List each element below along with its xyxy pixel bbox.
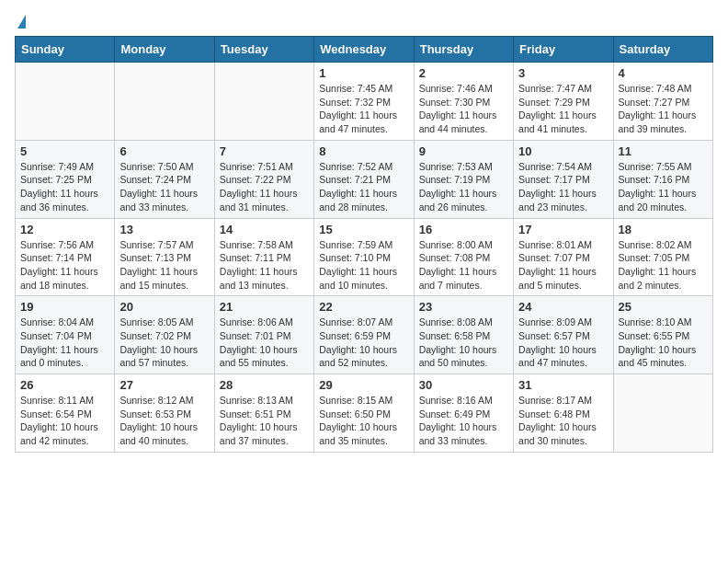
calendar-header-row: SundayMondayTuesdayWednesdayThursdayFrid… xyxy=(16,37,713,63)
calendar-cell: 24Sunrise: 8:09 AM Sunset: 6:57 PM Dayli… xyxy=(514,296,613,374)
day-content: Sunrise: 8:00 AM Sunset: 7:08 PM Dayligh… xyxy=(419,238,508,293)
day-number: 19 xyxy=(20,300,109,314)
day-content: Sunrise: 7:46 AM Sunset: 7:30 PM Dayligh… xyxy=(419,82,508,136)
calendar-cell: 19Sunrise: 8:04 AM Sunset: 7:04 PM Dayli… xyxy=(16,296,115,374)
day-of-week-header: Saturday xyxy=(613,37,712,63)
day-content: Sunrise: 7:54 AM Sunset: 7:17 PM Dayligh… xyxy=(518,160,608,214)
day-number: 23 xyxy=(419,300,508,314)
day-number: 26 xyxy=(20,378,109,392)
day-content: Sunrise: 8:16 AM Sunset: 6:49 PM Dayligh… xyxy=(419,394,508,448)
day-content: Sunrise: 7:47 AM Sunset: 7:29 PM Dayligh… xyxy=(518,82,608,136)
day-content: Sunrise: 8:10 AM Sunset: 6:55 PM Dayligh… xyxy=(619,316,708,370)
calendar-cell xyxy=(214,63,313,141)
day-content: Sunrise: 8:12 AM Sunset: 6:53 PM Dayligh… xyxy=(119,394,209,448)
calendar-cell xyxy=(16,63,115,141)
calendar-week-row: 5Sunrise: 7:49 AM Sunset: 7:25 PM Daylig… xyxy=(16,140,713,218)
calendar-cell: 18Sunrise: 8:02 AM Sunset: 7:05 PM Dayli… xyxy=(613,218,712,296)
day-number: 6 xyxy=(119,144,209,158)
calendar-cell: 27Sunrise: 8:12 AM Sunset: 6:53 PM Dayli… xyxy=(115,374,214,453)
calendar-cell: 15Sunrise: 7:59 AM Sunset: 7:10 PM Dayli… xyxy=(314,218,414,296)
day-number: 13 xyxy=(119,223,209,236)
calendar-cell: 28Sunrise: 8:13 AM Sunset: 6:51 PM Dayli… xyxy=(214,374,313,453)
day-content: Sunrise: 8:06 AM Sunset: 7:01 PM Dayligh… xyxy=(220,316,309,370)
day-content: Sunrise: 7:58 AM Sunset: 7:11 PM Dayligh… xyxy=(220,238,309,293)
day-number: 27 xyxy=(119,378,209,392)
day-number: 29 xyxy=(319,378,408,392)
day-content: Sunrise: 7:50 AM Sunset: 7:24 PM Dayligh… xyxy=(119,160,209,214)
calendar-cell: 7Sunrise: 7:51 AM Sunset: 7:22 PM Daylig… xyxy=(214,140,313,218)
day-number: 4 xyxy=(619,66,708,80)
day-number: 10 xyxy=(518,144,608,158)
calendar-cell: 8Sunrise: 7:52 AM Sunset: 7:21 PM Daylig… xyxy=(314,140,414,218)
day-number: 17 xyxy=(518,223,608,236)
day-of-week-header: Sunday xyxy=(16,37,115,63)
day-number: 20 xyxy=(119,300,209,314)
calendar-cell xyxy=(613,374,712,453)
day-number: 8 xyxy=(319,144,408,158)
day-content: Sunrise: 8:01 AM Sunset: 7:07 PM Dayligh… xyxy=(518,238,608,293)
day-number: 12 xyxy=(20,223,109,236)
day-number: 7 xyxy=(220,144,309,158)
calendar-cell: 9Sunrise: 7:53 AM Sunset: 7:19 PM Daylig… xyxy=(414,140,513,218)
day-of-week-header: Wednesday xyxy=(314,37,414,63)
day-number: 5 xyxy=(20,144,109,158)
day-content: Sunrise: 8:08 AM Sunset: 6:58 PM Dayligh… xyxy=(419,316,508,370)
day-content: Sunrise: 7:49 AM Sunset: 7:25 PM Dayligh… xyxy=(20,160,109,214)
logo xyxy=(15,15,26,27)
day-number: 21 xyxy=(220,300,309,314)
day-content: Sunrise: 8:13 AM Sunset: 6:51 PM Dayligh… xyxy=(220,394,309,448)
calendar-cell: 1Sunrise: 7:45 AM Sunset: 7:32 PM Daylig… xyxy=(314,63,414,141)
day-number: 18 xyxy=(619,223,708,236)
day-content: Sunrise: 8:07 AM Sunset: 6:59 PM Dayligh… xyxy=(319,316,408,370)
calendar-cell: 11Sunrise: 7:55 AM Sunset: 7:16 PM Dayli… xyxy=(613,140,712,218)
day-of-week-header: Tuesday xyxy=(214,37,313,63)
day-of-week-header: Thursday xyxy=(414,37,513,63)
day-content: Sunrise: 8:11 AM Sunset: 6:54 PM Dayligh… xyxy=(20,394,109,448)
calendar-cell: 5Sunrise: 7:49 AM Sunset: 7:25 PM Daylig… xyxy=(16,140,115,218)
day-number: 1 xyxy=(319,66,408,80)
day-content: Sunrise: 8:15 AM Sunset: 6:50 PM Dayligh… xyxy=(319,394,408,448)
day-number: 2 xyxy=(419,66,508,80)
calendar-body: 1Sunrise: 7:45 AM Sunset: 7:32 PM Daylig… xyxy=(16,63,713,453)
day-content: Sunrise: 7:53 AM Sunset: 7:19 PM Dayligh… xyxy=(419,160,508,214)
calendar-cell: 6Sunrise: 7:50 AM Sunset: 7:24 PM Daylig… xyxy=(115,140,214,218)
day-content: Sunrise: 8:02 AM Sunset: 7:05 PM Dayligh… xyxy=(619,238,708,293)
calendar-cell: 16Sunrise: 8:00 AM Sunset: 7:08 PM Dayli… xyxy=(414,218,513,296)
calendar-cell: 31Sunrise: 8:17 AM Sunset: 6:48 PM Dayli… xyxy=(514,374,613,453)
calendar-cell: 14Sunrise: 7:58 AM Sunset: 7:11 PM Dayli… xyxy=(214,218,313,296)
calendar-cell: 30Sunrise: 8:16 AM Sunset: 6:49 PM Dayli… xyxy=(414,374,513,453)
calendar-cell: 29Sunrise: 8:15 AM Sunset: 6:50 PM Dayli… xyxy=(314,374,414,453)
day-content: Sunrise: 7:59 AM Sunset: 7:10 PM Dayligh… xyxy=(319,238,408,293)
day-content: Sunrise: 7:48 AM Sunset: 7:27 PM Dayligh… xyxy=(619,82,708,136)
day-number: 16 xyxy=(419,223,508,236)
day-content: Sunrise: 8:05 AM Sunset: 7:02 PM Dayligh… xyxy=(119,316,209,370)
day-number: 11 xyxy=(619,144,708,158)
day-number: 9 xyxy=(419,144,508,158)
day-content: Sunrise: 8:09 AM Sunset: 6:57 PM Dayligh… xyxy=(518,316,608,370)
calendar-cell: 3Sunrise: 7:47 AM Sunset: 7:29 PM Daylig… xyxy=(514,63,613,141)
calendar-cell xyxy=(115,63,214,141)
day-content: Sunrise: 7:51 AM Sunset: 7:22 PM Dayligh… xyxy=(220,160,309,214)
day-number: 3 xyxy=(518,66,608,80)
calendar-cell: 13Sunrise: 7:57 AM Sunset: 7:13 PM Dayli… xyxy=(115,218,214,296)
calendar-cell: 10Sunrise: 7:54 AM Sunset: 7:17 PM Dayli… xyxy=(514,140,613,218)
day-content: Sunrise: 7:45 AM Sunset: 7:32 PM Dayligh… xyxy=(319,82,408,136)
calendar-cell: 2Sunrise: 7:46 AM Sunset: 7:30 PM Daylig… xyxy=(414,63,513,141)
day-of-week-header: Friday xyxy=(514,37,613,63)
day-content: Sunrise: 7:57 AM Sunset: 7:13 PM Dayligh… xyxy=(119,238,209,293)
day-content: Sunrise: 7:52 AM Sunset: 7:21 PM Dayligh… xyxy=(319,160,408,214)
calendar-cell: 22Sunrise: 8:07 AM Sunset: 6:59 PM Dayli… xyxy=(314,296,414,374)
calendar-cell: 4Sunrise: 7:48 AM Sunset: 7:27 PM Daylig… xyxy=(613,63,712,141)
day-number: 30 xyxy=(419,378,508,392)
day-number: 14 xyxy=(220,223,309,236)
calendar-cell: 12Sunrise: 7:56 AM Sunset: 7:14 PM Dayli… xyxy=(16,218,115,296)
calendar-cell: 26Sunrise: 8:11 AM Sunset: 6:54 PM Dayli… xyxy=(16,374,115,453)
day-content: Sunrise: 7:56 AM Sunset: 7:14 PM Dayligh… xyxy=(20,238,109,293)
day-number: 31 xyxy=(518,378,608,392)
page-header xyxy=(15,15,713,27)
day-number: 28 xyxy=(220,378,309,392)
calendar-cell: 23Sunrise: 8:08 AM Sunset: 6:58 PM Dayli… xyxy=(414,296,513,374)
day-content: Sunrise: 7:55 AM Sunset: 7:16 PM Dayligh… xyxy=(619,160,708,214)
day-number: 24 xyxy=(518,300,608,314)
day-number: 22 xyxy=(319,300,408,314)
